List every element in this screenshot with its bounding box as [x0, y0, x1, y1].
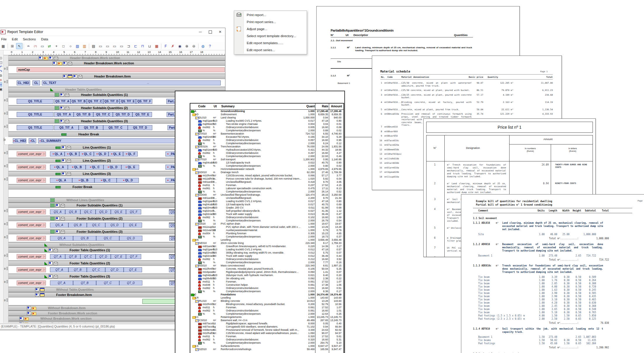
field-ql-d[interactable]: ▼QL_D: [94, 151, 108, 156]
field-qt-e[interactable]: QT_E: [111, 254, 126, 259]
template-row[interactable]: 0CL_HIEICLCL_TEXT↔: [4, 79, 225, 87]
report-row[interactable]: ANS010m²Mass concretescreed215.3408.811,…: [190, 264, 343, 267]
report-row[interactable]: ADT010m³Soil transport1,200.9020.951,140…: [190, 158, 343, 161]
edit-section-icon[interactable]: [62, 146, 66, 149]
field-qt-d[interactable]: QT_D: [119, 280, 142, 285]
field-qs-b[interactable]: QS_B: [73, 236, 96, 241]
edit-section-icon[interactable]: [60, 119, 64, 123]
grip-icon[interactable]: ≡: [43, 211, 46, 213]
item-window-icon[interactable]: [40, 288, 44, 291]
edit-section-icon[interactable]: [19, 322, 23, 323]
report-row[interactable]: mt11tdh01...mPorous concrete tube for dr…: [190, 177, 343, 180]
field-qs-tit-a[interactable]: QS_TIT_A: [54, 125, 79, 130]
report-row[interactable]: mt10hmf0...m³Blindingconcrete, mixed atf…: [190, 303, 343, 306]
field-qs-d[interactable]: QS_D: [96, 209, 111, 214]
field-ql-c[interactable]: ▼QL_C: [94, 178, 117, 183]
field-coment-con-expr[interactable]: coment_con_expr≡: [17, 236, 46, 241]
report-row[interactable]: mq01exn030hHydraulicexcavator100CVtyres.…: [190, 148, 343, 151]
edit-section-icon[interactable]: [62, 172, 66, 175]
menu-item-edit-report-templates-[interactable]: Edit report templates......: [234, 39, 307, 47]
report-row[interactable]: mq02mot020hGrader, 200 CV.0.01161.990.68: [190, 206, 343, 209]
worksection-folder-icon[interactable]: [44, 57, 48, 60]
link-fields-icon[interactable]: ⇄: [46, 43, 53, 49]
report-row[interactable]: mo062hOrdinaryconstructionlabourer.0.061…: [190, 309, 343, 312]
report-row[interactable]: mq01ret020hExcavator75CVtyres.0.15534.10…: [190, 135, 343, 139]
report-row[interactable]: AGroundconditioning1.00017,295.4817,295.…: [190, 110, 343, 113]
subtable-grid-icon[interactable]: [50, 217, 55, 220]
report-row[interactable]: %%%Complementarydirectexpenses2.0000.900…: [190, 164, 343, 168]
field-qs-tit-b[interactable]: QS_TIT_B: [79, 125, 103, 130]
field-qs-title[interactable]: QS_TITLE: [17, 99, 53, 104]
globe-icon[interactable]: ◍: [200, 43, 206, 49]
print-section-icon[interactable]: [65, 94, 69, 97]
field-nomcap[interactable]: nomCap: [17, 67, 225, 72]
section-text-icon[interactable]: ▤: [90, 43, 97, 49]
edit-section-icon[interactable]: [35, 288, 39, 291]
expression-icon[interactable]: (?): [32, 43, 39, 49]
table-corner-icon[interactable]: [44, 262, 48, 265]
report-row[interactable]: mq02rod020h300kg vibrating tray, working…: [190, 251, 343, 254]
report-row[interactable]: mo048hConstruction helper.0.06117.381.06: [190, 283, 343, 287]
field-ql-f[interactable]: ▼QL_F: [123, 151, 138, 156]
menu-sections[interactable]: Sections: [20, 37, 38, 42]
print-section-icon[interactable]: [61, 230, 65, 234]
break-band-icon[interactable]: [61, 133, 67, 136]
menu-item-print-report-[interactable]: Print report...: [234, 11, 307, 18]
print-section-icon[interactable]: [78, 75, 82, 78]
subtable-grid-icon[interactable]: [55, 93, 59, 97]
report-row[interactable]: mo011hForeman.0.06117.521.07: [190, 306, 343, 309]
report-row[interactable]: ADV010m³Basementexcavation724.7226.554,7…: [190, 132, 343, 135]
copy-page-icon[interactable]: ⧉: [0, 73, 2, 78]
zoom-out-icon[interactable]: ⊖: [191, 43, 197, 49]
field-qs-e[interactable]: QS_E: [124, 223, 142, 228]
field-qs-tit-b[interactable]: QS_TIT_B: [74, 112, 93, 117]
field-qt-b[interactable]: QT_B: [65, 254, 80, 259]
report-row[interactable]: mq04cab030h12t loadcapacity truck0.02240…: [190, 161, 343, 164]
list-blue-icon[interactable]: ≡: [0, 82, 2, 87]
grip-icon[interactable]: ≡: [43, 268, 46, 271]
field-qs-b[interactable]: QS_B: [68, 223, 87, 228]
edit-section-icon[interactable]: [27, 311, 31, 315]
field-cl[interactable]: CL: [32, 80, 40, 85]
edit-section-icon[interactable]: [60, 106, 64, 110]
redo-icon[interactable]: ↷: [0, 69, 2, 73]
field-qs-f[interactable]: QS_F: [126, 209, 141, 214]
menu-item-adjust-page-[interactable]: Adjust page...: [234, 25, 307, 32]
rectangle-icon[interactable]: □: [60, 43, 67, 49]
report-row[interactable]: %%%Complementarydirectexpenses2.00026.79…: [190, 219, 343, 222]
report-row[interactable]: ANLevelling1.0003,656.483,656.48: [190, 238, 343, 242]
print-section-icon[interactable]: [53, 249, 58, 252]
report-row[interactable]: CCS010m²Basement wall, H<=3 m49.489267.6…: [190, 319, 343, 322]
edit-section-icon[interactable]: [56, 230, 60, 233]
field-ql-e[interactable]: ▼QL_E: [108, 151, 123, 156]
field-qs-a[interactable]: QS_A: [50, 209, 65, 214]
field-coment-con-expr[interactable]: coment_con_expr≡: [17, 280, 46, 285]
field-qt-c[interactable]: QT_C: [96, 280, 119, 285]
field-qs-tit-d[interactable]: QS_TIT_D: [113, 112, 132, 117]
field-qt-f[interactable]: QT_F: [126, 254, 141, 259]
report-row[interactable]: mt10hmf0...m³C20/25concrete, mixed atpla…: [190, 174, 343, 177]
template-row[interactable]: 0nomCap: [4, 66, 225, 74]
report-row[interactable]: CSZ010m³Reinforcedconcretefootings59.469…: [190, 348, 343, 351]
report-row[interactable]: mo011hForeman.0.23717.524.15: [190, 184, 343, 187]
edit-section-icon[interactable]: [73, 75, 77, 78]
grip-icon[interactable]: ≡: [43, 166, 46, 168]
field-ql-b[interactable]: ▼QL_B: [68, 165, 86, 170]
worksection-folder-icon[interactable]: [24, 323, 29, 323]
grow-down-icon[interactable]: ⊔: [146, 43, 153, 49]
save-icon[interactable]: ◫: [0, 60, 2, 65]
field-coment-con-expr[interactable]: coment_con_expr≡: [17, 267, 46, 272]
field-coment-con-expr[interactable]: coment_con_expr≡: [17, 209, 46, 214]
report-row[interactable]: mo061hLabourer specialisedin constructio…: [190, 187, 343, 190]
ellipse-icon[interactable]: ○: [67, 43, 74, 49]
report-row[interactable]: mt11sup0...UtPVC siphon drain, with 75mm…: [190, 225, 343, 229]
section-band[interactable]: Header Breakdown.Work section: [4, 61, 225, 66]
report-row[interactable]: mt10hmf0...m³Concrete, mixedat plant, po…: [190, 267, 343, 271]
subtable-grid-icon[interactable]: [50, 198, 55, 202]
close-button[interactable]: ✕: [215, 29, 225, 35]
edit-section-icon[interactable]: [49, 248, 53, 252]
report-row[interactable]: CCRetainingelements1.00013,245.7313,245.…: [190, 316, 343, 319]
report-row[interactable]: ASI020UtPVC siphon drain1.00019.6719.67: [190, 222, 343, 225]
report-row[interactable]: mt01ard03...tUnclassifiedfiltergravel.0.…: [190, 180, 343, 184]
report-row[interactable]: mo062hOrdinaryconstructionlabourer.0.257…: [190, 151, 343, 155]
